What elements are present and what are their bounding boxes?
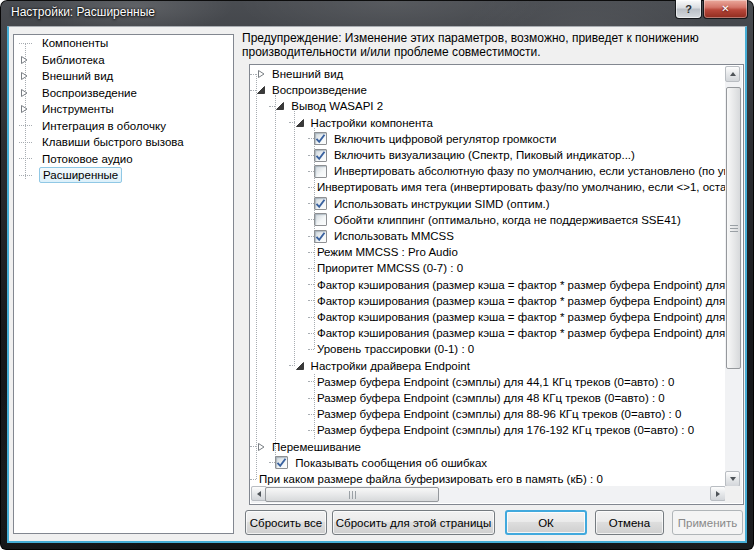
collapse-icon[interactable] <box>295 118 306 128</box>
close-button[interactable]: ✕ <box>703 0 748 19</box>
tree-line <box>308 155 314 156</box>
category-tree: КомпонентыБиблиотекаВнешний видВоспроизв… <box>13 34 234 534</box>
reset-page-button[interactable]: Сбросить для этой страницы <box>332 510 495 535</box>
sidebar-item-label: Потоковое аудио <box>39 152 136 166</box>
sidebar-item[interactable]: Воспроизведение <box>14 85 233 102</box>
ok-button[interactable]: ОК <box>505 510 587 535</box>
sidebar-item-label: Воспроизведение <box>39 86 140 100</box>
collapse-icon[interactable] <box>256 85 267 95</box>
tree-row[interactable]: Режим MMCSS : Pro Audio <box>250 244 725 260</box>
checkbox-checked[interactable] <box>314 230 327 243</box>
tree-row[interactable]: При каком размере файла буферизировать е… <box>250 471 725 486</box>
tree-rows: Внешний видВоспроизведениеВывод WASAPI 2… <box>250 65 725 486</box>
tree-row[interactable]: Уровень трассировки (0-1) : 0 <box>250 341 725 357</box>
tree-row[interactable]: Включить визуализацию (Спектр, Пиковый и… <box>250 147 725 163</box>
sidebar-item[interactable]: Инструменты <box>14 101 233 118</box>
tree-row[interactable]: Использовать MMCSS <box>250 228 725 244</box>
sidebar-item[interactable]: Интеграция в оболочку <box>14 118 233 135</box>
tree-row-label: Использовать инструкции SIMD (оптим.) <box>334 198 550 210</box>
tree-row[interactable]: Фактор кэширования (размер кэша = фактор… <box>250 277 725 293</box>
checkbox-checked[interactable] <box>275 456 288 469</box>
tree-row[interactable]: Фактор кэширования (размер кэша = фактор… <box>250 309 725 325</box>
checkbox-checked[interactable] <box>314 149 327 162</box>
reset-all-button[interactable]: Сбросить все <box>245 510 327 535</box>
tree-line <box>250 479 256 480</box>
tree-row-label: Размер буфера Endpoint (сэмплы) для 88-9… <box>317 408 681 420</box>
tree-row[interactable]: Перемешивание <box>250 439 725 455</box>
tree-row[interactable]: Размер буфера Endpoint (сэмплы) для 44,1… <box>250 374 725 390</box>
tree-row[interactable]: Инвертировать абсолютную фазу по умолчан… <box>250 163 725 179</box>
tree-row[interactable]: Использовать инструкции SIMD (оптим.) <box>250 196 725 212</box>
expand-icon[interactable] <box>19 104 32 115</box>
horizontal-scroll-thumb[interactable] <box>265 487 439 502</box>
advanced-settings-tree: Внешний видВоспроизведениеВывод WASAPI 2… <box>249 64 744 505</box>
tree-row-label: Перемешивание <box>272 441 361 453</box>
tree-row[interactable]: Инвертировать имя тега (инвертировать фа… <box>250 179 725 195</box>
tree-line <box>308 398 314 399</box>
tree-line <box>308 284 314 285</box>
collapse-icon[interactable] <box>295 361 306 371</box>
tree-row-label: Фактор кэширования (размер кэша = фактор… <box>317 311 725 323</box>
sidebar-item-label: Клавиши быстрого вызова <box>39 135 187 149</box>
tree-row[interactable]: Размер буфера Endpoint (сэмплы) для 48 К… <box>250 390 725 406</box>
expand-icon[interactable] <box>256 69 267 79</box>
checkbox-unchecked[interactable] <box>314 213 327 226</box>
tree-line <box>308 349 314 350</box>
tree-row-label: Режим MMCSS : Pro Audio <box>317 246 458 258</box>
titlebar[interactable]: Настройки: Расширенные ? ✕ <box>0 0 754 26</box>
tree-line <box>19 158 32 159</box>
scroll-up-button[interactable] <box>725 66 740 82</box>
apply-button[interactable]: Применить <box>672 510 743 535</box>
sidebar-item[interactable]: Библиотека <box>14 52 233 69</box>
sidebar-item[interactable]: Внешний вид <box>14 68 233 85</box>
scroll-right-button[interactable] <box>710 486 726 501</box>
checkbox-checked[interactable] <box>314 132 327 145</box>
scroll-down-icon <box>730 477 736 481</box>
vertical-scroll-thumb[interactable] <box>726 87 741 369</box>
expand-icon[interactable] <box>256 442 267 452</box>
tree-line <box>308 138 314 139</box>
tree-line <box>308 333 314 334</box>
collapse-icon[interactable] <box>275 101 286 111</box>
tree-row[interactable]: Включить цифровой регулятор громкости <box>250 131 725 147</box>
tree-row[interactable]: Воспроизведение <box>250 82 725 98</box>
sidebar-item[interactable]: Клавиши быстрого вызова <box>14 134 233 151</box>
window-title: Настройки: Расширенные <box>11 5 155 19</box>
tree-row[interactable]: Обойти клиппинг (оптимально, когда не по… <box>250 212 725 228</box>
tree-row[interactable]: Фактор кэширования (размер кэша = фактор… <box>250 325 725 341</box>
tree-line <box>19 125 32 126</box>
tree-row[interactable]: Настройки драйвера Endpoint <box>250 358 725 374</box>
tree-row[interactable]: Настройки компонента <box>250 115 725 131</box>
sidebar-item[interactable]: Потоковое аудио <box>14 151 233 168</box>
expand-icon[interactable] <box>19 54 32 65</box>
tree-line <box>19 175 32 176</box>
warning-text: Предупреждение: Изменение этих параметро… <box>242 32 732 59</box>
tree-row[interactable]: Внешний вид <box>250 66 725 82</box>
tree-row-label: Включить цифровой регулятор громкости <box>334 133 556 145</box>
tree-line <box>308 203 314 204</box>
checkbox-unchecked[interactable] <box>314 165 327 178</box>
sidebar-item[interactable]: Расширенные <box>14 167 233 184</box>
tree-row[interactable]: Фактор кэширования (размер кэша = фактор… <box>250 293 725 309</box>
sidebar-item[interactable]: Компоненты <box>14 35 233 52</box>
vertical-scrollbar[interactable] <box>725 66 742 487</box>
tree-row[interactable]: Вывод WASAPI 2 <box>250 98 725 114</box>
tree-row[interactable]: Показывать сообщения об ошибках <box>250 455 725 471</box>
expand-icon[interactable] <box>19 71 32 82</box>
checkbox-checked[interactable] <box>314 197 327 210</box>
tree-row-label: Настройки драйвера Endpoint <box>311 360 470 372</box>
tree-row[interactable]: Размер буфера Endpoint (сэмплы) для 88-9… <box>250 406 725 422</box>
cancel-button[interactable]: Отмена <box>595 510 664 535</box>
expand-icon[interactable] <box>19 87 32 98</box>
tree-line <box>308 187 314 188</box>
tree-row[interactable]: Размер буфера Endpoint (сэмплы) для 176-… <box>250 422 725 438</box>
help-button[interactable]: ? <box>675 0 702 19</box>
tree-row-label: При каком размере файла буферизировать е… <box>259 473 603 485</box>
tree-row[interactable]: Приоритет MMCSS (0-7) : 0 <box>250 260 725 276</box>
scroll-down-button[interactable] <box>725 471 740 487</box>
tree-row-label: Инвертировать абсолютную фазу по умолчан… <box>334 165 725 177</box>
horizontal-scrollbar[interactable] <box>251 486 727 503</box>
tree-line <box>19 142 32 143</box>
tree-line <box>308 219 314 220</box>
sidebar-item-label: Компоненты <box>39 36 111 50</box>
